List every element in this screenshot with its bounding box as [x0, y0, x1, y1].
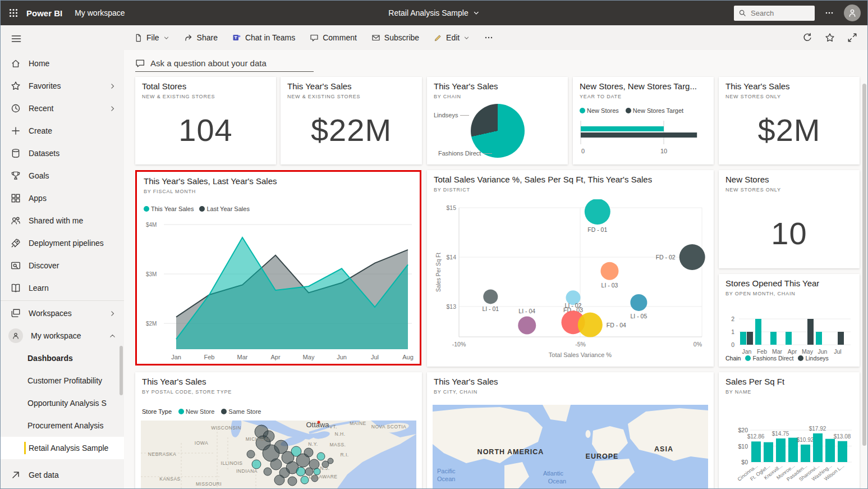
sidebar-item-discover[interactable]: Discover	[1, 254, 124, 277]
refresh-icon[interactable]	[802, 33, 812, 43]
svg-text:$13.08: $13.08	[834, 433, 851, 440]
share-button[interactable]: Share	[184, 33, 218, 42]
svg-text:Apr: Apr	[788, 348, 797, 355]
sidebar-item-datasets[interactable]: Datasets	[1, 142, 124, 164]
sidebar-item-shared-with-me[interactable]: Shared with me	[1, 209, 124, 232]
bullet-chart: 010	[580, 120, 707, 156]
chart-legend: This Year Sales Last Year Sales	[144, 205, 250, 212]
comment-button[interactable]: Comment	[310, 33, 357, 42]
chevron-down-icon	[163, 35, 169, 41]
svg-text:-10%: -10%	[452, 341, 466, 348]
sidebar-item-home[interactable]: Home	[1, 52, 124, 75]
legend-dot-teal	[580, 108, 585, 113]
tile-sales-by-fiscal-month[interactable]: This Year's Sales, Last Year's Sales BY …	[137, 172, 420, 364]
svg-text:May: May	[802, 348, 814, 355]
sidebar-subitem-retail-analysis-sample[interactable]: Retail Analysis Sample	[1, 437, 124, 459]
svg-text:Jun: Jun	[818, 348, 828, 355]
chevron-down-icon	[473, 10, 480, 16]
tile-sales-per-sqft[interactable]: Sales Per Sq Ft BY NAME $20$10$0$12.86Ci…	[719, 372, 860, 488]
svg-text:NOVA SCOTIA: NOVA SCOTIA	[371, 424, 407, 429]
tile-subtitle: BY DISTRICT	[434, 187, 470, 193]
svg-text:$10: $10	[738, 443, 748, 450]
fullscreen-expand-icon[interactable]	[847, 33, 857, 43]
home-icon	[11, 58, 21, 68]
file-menu-button[interactable]: File	[134, 33, 169, 42]
svg-text:Ocean: Ocean	[548, 478, 566, 485]
dashboard-canvas: Total Stores NEW & EXISTING STORES 104 T…	[124, 50, 867, 488]
sidebar-item-workspaces[interactable]: Workspaces	[1, 302, 124, 325]
search-input[interactable]	[750, 8, 800, 18]
sidebar-subitem-dashboards[interactable]: Dashboards	[1, 347, 124, 369]
favorite-star-icon[interactable]	[825, 33, 835, 43]
svg-text:N.Y.: N.Y.	[308, 441, 318, 447]
sidebar-item-create[interactable]: Create	[1, 120, 124, 142]
sidebar-item-apps[interactable]: Apps	[1, 187, 124, 209]
workspace-breadcrumb[interactable]: My workspace	[75, 8, 125, 17]
tile-sales-by-postal-code-map[interactable]: This Year's Sales BY POSTAL CODE, STORE …	[135, 372, 422, 488]
sidebar-item-deployment-pipelines[interactable]: Deployment pipelines	[1, 232, 124, 254]
sidebar-item-learn[interactable]: Learn	[1, 277, 124, 299]
hamburger-menu-icon[interactable]	[8, 31, 24, 47]
edit-button[interactable]: Edit	[434, 33, 470, 42]
svg-text:Aug: Aug	[402, 354, 414, 360]
people-icon	[11, 216, 21, 226]
tile-total-stores[interactable]: Total Stores NEW & EXISTING STORES 104	[135, 77, 276, 164]
sidebar-item-my-workspace[interactable]: My workspace	[1, 325, 124, 347]
tile-new-stores-card[interactable]: New Stores NEW STORES ONLY 10	[719, 170, 860, 268]
svg-text:EUROPE: EUROPE	[586, 453, 619, 460]
tile-sales-by-chain-pie[interactable]: This Year's Sales BY CHAIN Lindseys Fash…	[427, 77, 568, 164]
get-data-button[interactable]: Get data	[1, 464, 124, 486]
global-search[interactable]	[734, 6, 815, 21]
svg-text:DELAWARE: DELAWARE	[309, 474, 337, 479]
app-launcher-waffle-icon[interactable]	[1, 1, 26, 25]
tile-title: New Stores, New Stores Targ...	[580, 81, 697, 91]
sidebar-item-recent[interactable]: Recent	[1, 97, 124, 120]
sidebar-divider	[1, 300, 124, 301]
svg-text:10: 10	[660, 148, 667, 154]
tile-this-years-sales-card[interactable]: This Year's Sales NEW & EXISTING STORES …	[281, 77, 422, 164]
powerbi-logo[interactable]: Power BI	[26, 8, 62, 18]
svg-text:Atlantic: Atlantic	[543, 470, 564, 477]
page-scrollbar-thumb[interactable]	[862, 84, 866, 446]
card-value: 10	[719, 215, 860, 252]
svg-text:FD - 04: FD - 04	[607, 322, 626, 328]
tile-this-years-sales-new-stores[interactable]: This Year's Sales NEW STORES ONLY $2M	[719, 77, 860, 164]
pie-label-lindseys: Lindseys	[434, 112, 469, 118]
dashboard-title-dropdown[interactable]: Retail Analysis Sample	[388, 1, 479, 25]
svg-text:$14: $14	[446, 254, 456, 261]
svg-text:$14.75: $14.75	[772, 431, 789, 437]
svg-text:NORTH AMERICA: NORTH AMERICA	[477, 448, 544, 456]
sidebar-subitem-customer-profitability[interactable]: Customer Profitability	[1, 369, 124, 392]
qna-bar[interactable]	[135, 54, 314, 72]
tile-title: This Year's Sales	[287, 81, 352, 91]
more-options-icon[interactable]	[825, 8, 834, 17]
account-avatar[interactable]	[844, 4, 861, 21]
tile-stores-opened[interactable]: Stores Opened This Year BY OPEN MONTH, C…	[719, 274, 860, 367]
tile-title: Stores Opened This Year	[725, 278, 819, 288]
tile-subtitle: BY CHAIN	[434, 94, 461, 99]
tile-new-stores-target[interactable]: New Stores, New Stores Targ... YEAR TO D…	[573, 77, 714, 164]
tile-subtitle: BY POSTAL CODE, STORE TYPE	[142, 389, 232, 395]
sidebar-subitem-procurement-analysis[interactable]: Procurement Analysis	[1, 414, 124, 437]
qna-input[interactable]	[149, 58, 303, 68]
toolbar-more-icon[interactable]	[484, 33, 493, 42]
svg-text:IOWA: IOWA	[195, 440, 208, 446]
tile-variance-scatter[interactable]: Total Sales Variance %, Sales Per Sq Ft,…	[427, 170, 714, 367]
sidebar-subitem-opportunity-analysis[interactable]: Opportunity Analysis S	[1, 392, 124, 414]
speech-bubble-icon	[135, 58, 145, 68]
chart-legend: New Stores New Stores Target	[580, 107, 683, 114]
sidebar-scrollbar-thumb[interactable]	[120, 346, 123, 395]
svg-text:Ocean: Ocean	[437, 476, 455, 482]
arrow-up-right-icon	[11, 470, 21, 480]
subscribe-button[interactable]: Subscribe	[371, 33, 419, 42]
tile-sales-by-city-map[interactable]: This Year's Sales BY CITY, CHAIN NORTH A…	[427, 372, 714, 488]
sidebar-item-goals[interactable]: Goals	[1, 164, 124, 187]
chat-in-teams-button[interactable]: Chat in Teams	[232, 33, 295, 42]
tile-title: This Year's Sales	[142, 377, 206, 386]
us-bubble-map: WISCONSINMICHIGANIOWANEBRASKAILLINOISIND…	[141, 421, 416, 488]
svg-text:Feb: Feb	[204, 354, 215, 360]
bar-chart: $20$10$0$12.86Cincinna...Ft. Oglet...$14…	[725, 399, 853, 483]
chevron-right-icon	[109, 105, 116, 112]
svg-text:MICHIGAN: MICHIGAN	[246, 436, 272, 442]
sidebar-item-favorites[interactable]: Favorites	[1, 75, 124, 97]
